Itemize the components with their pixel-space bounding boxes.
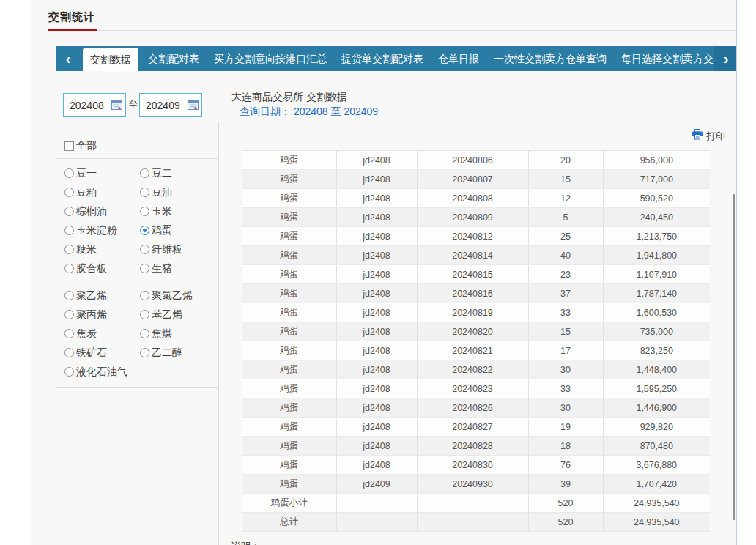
table-cell: 鸡蛋	[242, 189, 336, 208]
table-cell: 1,107,910	[603, 265, 710, 284]
product-radio-聚氯乙烯[interactable]: 聚氯乙烯	[140, 289, 218, 302]
table-cell: 1,787,140	[603, 284, 710, 303]
radio-icon	[64, 168, 74, 178]
table-cell: 鸡蛋	[242, 303, 336, 322]
product-label: 豆油	[152, 186, 172, 199]
table-cell: 鸡蛋	[242, 456, 336, 475]
filter-panel-divider	[218, 122, 219, 545]
vertical-scrollbar-thumb[interactable]	[733, 194, 735, 520]
table-cell	[336, 494, 417, 513]
product-radio-聚乙烯[interactable]: 聚乙烯	[64, 289, 140, 302]
table-cell: 76	[528, 456, 603, 475]
product-radio-粳米[interactable]: 粳米	[64, 243, 140, 256]
product-radio-生猪[interactable]: 生猪	[140, 262, 218, 275]
table-cell: 鸡蛋	[242, 322, 336, 341]
product-radio-铁矿石[interactable]: 铁矿石	[64, 346, 140, 359]
nav-prev-arrow-icon[interactable]: ‹	[56, 46, 81, 71]
product-radio-焦炭[interactable]: 焦炭	[64, 327, 140, 340]
tab-仓单日报[interactable]: 仓单日报	[433, 46, 484, 71]
select-all-checkbox[interactable]: 全部	[64, 139, 97, 152]
product-radio-焦煤[interactable]: 焦煤	[140, 327, 218, 340]
product-radio-豆二[interactable]: 豆二	[140, 167, 218, 179]
product-label: 苯乙烯	[152, 308, 182, 322]
report-title: 大连商品交易所 交割数据	[231, 91, 347, 104]
table-row: 鸡蛋jd24082024082015735,000	[242, 322, 710, 341]
product-radio-苯乙烯[interactable]: 苯乙烯	[140, 308, 218, 321]
radio-icon	[64, 188, 74, 197]
table-cell: 17	[528, 341, 603, 360]
table-cell: 鸡蛋小计	[242, 494, 336, 513]
table-cell: jd2408	[336, 360, 417, 379]
calendar-icon[interactable]	[188, 100, 199, 113]
bottom-note-clipped: 说明：	[231, 540, 260, 545]
product-radio-豆粕[interactable]: 豆粕	[64, 186, 140, 199]
table-cell: 39	[528, 475, 603, 494]
table-cell: jd2408	[336, 170, 417, 189]
table-cell: 3,676,880	[603, 456, 710, 475]
table-cell: 鸡蛋	[242, 437, 336, 456]
product-label: 焦煤	[152, 327, 172, 341]
date-from-wrapper	[63, 93, 126, 117]
table-cell: 5	[528, 208, 603, 227]
product-radio-鸡蛋[interactable]: 鸡蛋	[140, 224, 218, 237]
filter-divider	[56, 158, 218, 159]
tab-买方交割意向按港口汇总[interactable]: 买方交割意向按港口汇总	[209, 46, 332, 71]
radio-icon	[64, 310, 74, 319]
radio-icon	[64, 264, 74, 273]
table-row: 鸡蛋jd240820240826301,446,900	[242, 398, 710, 418]
table-row: 鸡蛋jd24082024082719929,820	[242, 418, 710, 437]
product-radio-液化石油气[interactable]: 液化石油气	[64, 366, 140, 378]
product-radio-胶合板[interactable]: 胶合板	[64, 262, 140, 275]
table-cell: 鸡蛋	[242, 265, 336, 284]
product-radio-玉米淀粉[interactable]: 玉米淀粉	[64, 224, 140, 237]
product-group-2: 聚乙烯聚氯乙烯聚丙烯苯乙烯焦炭焦煤铁矿石乙二醇液化石油气	[64, 289, 218, 378]
table-cell: 鸡蛋	[242, 418, 336, 437]
product-radio-玉米[interactable]: 玉米	[140, 205, 218, 218]
tab-提货单交割配对表[interactable]: 提货单交割配对表	[336, 46, 429, 71]
print-button[interactable]: 打印	[692, 129, 725, 143]
table-row: 鸡蛋jd240820240830763,676,880	[242, 456, 710, 475]
product-radio-纤维板[interactable]: 纤维板	[140, 243, 218, 256]
table-cell	[336, 513, 417, 532]
table-cell: 20240830	[417, 456, 528, 475]
table-cell: 20240826	[417, 398, 528, 418]
table-cell: 956,000	[603, 151, 710, 170]
table-cell: 929,820	[603, 418, 710, 437]
page-title: 交割统计	[48, 10, 95, 24]
table-cell: 520	[528, 494, 603, 513]
table-cell: 870,480	[603, 437, 710, 456]
tab-交割数据[interactable]: 交割数据	[83, 48, 138, 71]
table-cell: jd2408	[336, 227, 417, 246]
table-cell: 1,595,250	[603, 379, 710, 398]
product-radio-豆一[interactable]: 豆一	[64, 167, 140, 179]
date-to-wrapper	[139, 93, 202, 117]
table-row: 鸡蛋jd240820240814401,941,800	[242, 246, 710, 265]
table-row: 鸡蛋jd2408202408095240,450	[242, 208, 710, 227]
product-radio-乙二醇[interactable]: 乙二醇	[140, 346, 218, 359]
product-label: 液化石油气	[76, 366, 127, 379]
tab-一次性交割卖方仓单查询[interactable]: 一次性交割卖方仓单查询	[489, 46, 612, 71]
query-date-label: 查询日期：	[240, 105, 291, 117]
table-row: 鸡蛋jd24082024080715717,000	[242, 170, 710, 189]
product-radio-棕榈油[interactable]: 棕榈油	[64, 205, 140, 218]
table-cell: jd2408	[336, 208, 417, 227]
product-label: 焦炭	[76, 327, 97, 341]
product-radio-聚丙烯[interactable]: 聚丙烯	[64, 308, 140, 321]
product-radio-豆油[interactable]: 豆油	[140, 186, 218, 199]
table-cell: 37	[528, 284, 603, 303]
radio-icon	[64, 226, 74, 235]
product-label: 粳米	[76, 243, 97, 256]
table-cell: 40	[528, 246, 603, 265]
table-cell: 30	[528, 360, 603, 379]
table-row: 鸡蛋jd24082024080812590,520	[242, 189, 710, 208]
radio-icon	[140, 168, 149, 178]
table-cell: jd2408	[336, 303, 417, 322]
query-date-line: 查询日期： 202408 至 202409	[240, 105, 378, 119]
table-cell: jd2408	[336, 322, 417, 341]
nav-next-arrow-icon[interactable]: ›	[714, 46, 737, 71]
table-cell: 24,935,540	[603, 513, 710, 532]
tab-交割配对表[interactable]: 交割配对表	[143, 46, 204, 71]
product-label: 生猪	[152, 262, 172, 275]
calendar-icon[interactable]	[111, 100, 122, 113]
table-cell: 1,600,530	[603, 303, 710, 322]
